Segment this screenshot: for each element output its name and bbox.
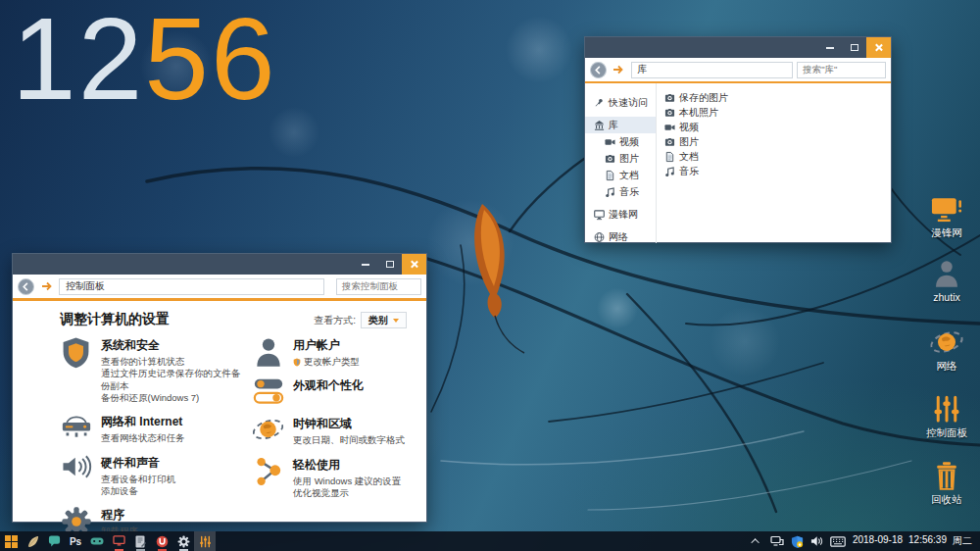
globe-orbit-icon bbox=[252, 415, 284, 446]
sidebar-item-documents[interactable]: 文档 bbox=[585, 167, 656, 183]
sidebar-item-network[interactable]: 网络 bbox=[585, 228, 656, 245]
maximize-button[interactable] bbox=[377, 254, 402, 275]
category-clock-region[interactable]: 时钟和区域 更改日期、时间或数字格式 bbox=[252, 415, 418, 446]
taskbar-app-downloader[interactable] bbox=[151, 531, 172, 551]
maximize-icon bbox=[851, 44, 858, 51]
red-circle-u-icon bbox=[156, 535, 169, 548]
globe-orbit-icon bbox=[929, 327, 964, 357]
sidebar-label: 图片 bbox=[619, 152, 639, 166]
start-button[interactable] bbox=[0, 531, 22, 551]
file-item-videos[interactable]: 视频 bbox=[664, 120, 891, 134]
file-item-documents[interactable]: 文档 bbox=[664, 149, 891, 164]
desktop-icon-network[interactable]: 网络 bbox=[915, 327, 978, 374]
tray-network-icon[interactable] bbox=[770, 535, 784, 547]
category-network-internet[interactable]: 网络和 Internet 查看网络状态和任务 bbox=[60, 413, 252, 444]
desktop-clock: 1256 bbox=[12, 0, 277, 124]
sidebar-item-videos[interactable]: 视频 bbox=[585, 133, 656, 150]
system-tray: 2018-09-18 12:56:39 周二 bbox=[750, 531, 980, 551]
file-item-saved-pictures[interactable]: 保存的图片 bbox=[664, 90, 891, 105]
desktop-icon-zhutix[interactable]: zhutix bbox=[915, 259, 978, 303]
page-title: 调整计算机的设置 bbox=[60, 311, 170, 328]
sidebar-item-quick-access[interactable]: 快速访问 bbox=[585, 94, 656, 111]
search-box[interactable]: 搜索控制面板 bbox=[336, 278, 421, 295]
tray-time-value: 12:56:39 bbox=[908, 534, 947, 548]
category-link[interactable]: 查看你的计算机状态 bbox=[101, 356, 244, 368]
address-bar[interactable]: 控制面板 bbox=[59, 278, 324, 295]
music-icon bbox=[664, 166, 675, 177]
camera-icon bbox=[605, 153, 615, 165]
file-item-label: 音乐 bbox=[679, 165, 699, 178]
tray-security-icon[interactable] bbox=[791, 535, 804, 548]
desktop-icon-label: 漫锋网 bbox=[915, 226, 978, 240]
notepad-icon bbox=[134, 535, 146, 548]
back-button[interactable] bbox=[590, 62, 607, 78]
desktop-icon-label: zhutix bbox=[915, 291, 978, 303]
sidebar-item-pictures[interactable]: 图片 bbox=[585, 150, 656, 167]
sliders-icon bbox=[199, 535, 212, 548]
tray-clock[interactable]: 2018-09-18 12:56:39 周二 bbox=[853, 534, 972, 548]
desktop-icon-control-panel[interactable]: 控制面板 bbox=[915, 394, 978, 440]
pin-icon bbox=[594, 97, 605, 109]
back-button[interactable] bbox=[18, 278, 34, 295]
file-item-label: 图片 bbox=[679, 135, 699, 149]
maximize-button[interactable] bbox=[842, 37, 866, 58]
file-item-music[interactable]: 音乐 bbox=[664, 164, 891, 178]
forward-button[interactable] bbox=[611, 62, 627, 78]
sidebar-item-music[interactable]: 音乐 bbox=[585, 183, 656, 200]
taskbar-app-control-panel-active[interactable] bbox=[194, 531, 216, 551]
search-box[interactable]: 搜索"库" bbox=[797, 62, 886, 78]
sidebar-item-manfeng[interactable]: 漫锋网 bbox=[585, 206, 656, 223]
close-button[interactable] bbox=[866, 37, 891, 58]
category-user-accounts[interactable]: 用户帐户 更改帐户类型 bbox=[252, 336, 418, 368]
library-toolbar: 库 搜索"库" bbox=[585, 58, 891, 81]
tray-date: 2018-09-18 bbox=[853, 534, 903, 548]
minimize-button[interactable] bbox=[353, 254, 377, 275]
category-link[interactable]: 通过文件历史记录保存你的文件备份副本 bbox=[101, 368, 244, 392]
desktop-icon-recycle-bin[interactable]: 回收站 bbox=[915, 461, 978, 507]
file-item-camera-roll[interactable]: 本机照片 bbox=[664, 105, 891, 120]
tray-keyboard-icon[interactable] bbox=[830, 536, 846, 547]
sidebar-item-library[interactable]: 库 bbox=[585, 117, 656, 133]
taskbar-app-photoshop[interactable]: Ps bbox=[65, 531, 86, 551]
quill-icon bbox=[26, 535, 39, 548]
category-ease-of-access[interactable]: 轻松使用 使用 Windows 建议的设置 优化视觉显示 bbox=[252, 456, 418, 500]
category-hardware-sound[interactable]: 硬件和声音 查看设备和打印机 添加设备 bbox=[60, 454, 252, 498]
library-sidebar: 快速访问 库 视频 图片 文档 bbox=[585, 83, 657, 243]
category-link[interactable]: 更改日期、时间或数字格式 bbox=[293, 434, 405, 446]
category-link[interactable]: 添加设备 bbox=[101, 485, 175, 497]
taskbar-app-game[interactable] bbox=[86, 531, 108, 551]
desktop-icon-manfeng[interactable]: 漫锋网 bbox=[915, 194, 978, 240]
monitor-icon bbox=[594, 209, 605, 221]
tray-volume-icon[interactable] bbox=[810, 535, 823, 547]
view-by-dropdown[interactable]: 类别 bbox=[361, 312, 407, 328]
category-link[interactable]: 备份和还原(Windows 7) bbox=[101, 392, 244, 404]
category-system-security[interactable]: 系统和安全 查看你的计算机状态 通过文件历史记录保存你的文件备份副本 备份和还原… bbox=[60, 336, 252, 404]
taskbar-app-display[interactable] bbox=[108, 531, 129, 551]
taskbar-app-chat[interactable] bbox=[43, 531, 65, 551]
minimize-icon bbox=[826, 47, 834, 49]
camera-icon bbox=[664, 107, 675, 119]
monitor-icon bbox=[930, 196, 963, 224]
close-button[interactable] bbox=[402, 254, 426, 275]
forward-button[interactable] bbox=[38, 278, 55, 295]
category-link[interactable]: 查看网络状态和任务 bbox=[101, 432, 185, 444]
category-appearance[interactable]: 外观和个性化 bbox=[252, 376, 418, 406]
category-title: 用户帐户 bbox=[293, 337, 360, 354]
file-item-pictures[interactable]: 图片 bbox=[664, 134, 891, 149]
category-link[interactable]: 查看设备和打印机 bbox=[101, 474, 175, 485]
minimize-button[interactable] bbox=[817, 37, 842, 58]
desktop-wallpaper: 1256 库 搜索"库" 快速访问 bbox=[0, 0, 980, 551]
taskbar-app-quill[interactable] bbox=[22, 531, 43, 551]
library-titlebar[interactable] bbox=[585, 37, 891, 58]
category-link[interactable]: 使用 Windows 建议的设置 bbox=[293, 476, 401, 487]
control-panel-titlebar[interactable] bbox=[13, 254, 426, 275]
taskbar-app-settings[interactable] bbox=[172, 531, 194, 551]
network-globe-icon bbox=[594, 231, 605, 243]
taskbar-app-notepad[interactable] bbox=[129, 531, 151, 551]
category-title: 轻松使用 bbox=[293, 457, 401, 474]
address-bar[interactable]: 库 bbox=[631, 62, 794, 78]
tray-show-hidden-button[interactable] bbox=[750, 531, 763, 551]
category-link[interactable]: 优化视觉显示 bbox=[293, 487, 401, 499]
back-arrow-icon bbox=[594, 66, 603, 75]
category-link[interactable]: 更改帐户类型 bbox=[293, 356, 360, 368]
